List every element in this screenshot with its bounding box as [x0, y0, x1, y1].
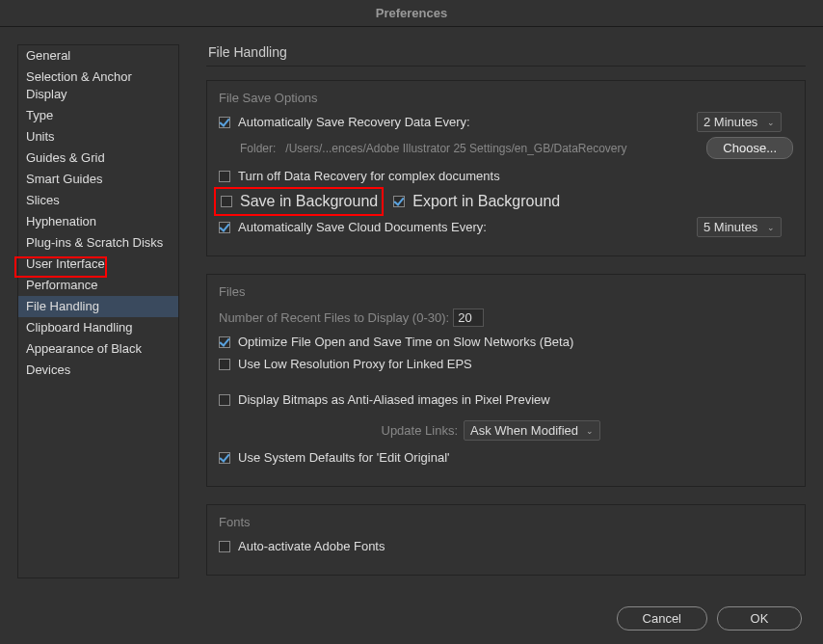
checkbox-auto-activate-fonts[interactable]	[219, 541, 230, 552]
sidebar-item-plugins-scratch[interactable]: Plug-ins & Scratch Disks	[18, 232, 178, 254]
main-panel: File Handling File Save Options Automati…	[179, 44, 806, 578]
chevron-down-icon: ⌄	[767, 118, 775, 127]
panel-title: File Handling	[206, 44, 806, 60]
label-auto-activate-fonts: Auto-activate Adobe Fonts	[238, 539, 385, 553]
row-folder: Folder: /Users/...ences/Adobe Illustrato…	[219, 137, 793, 159]
row-save-export-bg: Save in Background Export in Background	[219, 191, 793, 212]
label-optimize-slow: Optimize File Open and Save Time on Slow…	[238, 335, 573, 349]
sidebar-item-label: Appearance of Black	[26, 341, 142, 356]
sidebar-item-label: Plug-ins & Scratch Disks	[26, 235, 163, 250]
sidebar-item-selection-anchor[interactable]: Selection & Anchor Display	[18, 67, 178, 105]
sidebar-item-performance[interactable]: Performance	[18, 275, 178, 296]
sidebar-item-clipboard[interactable]: Clipboard Handling	[18, 317, 178, 338]
section-fonts: Fonts Auto-activate Adobe Fonts	[206, 504, 806, 576]
sidebar-item-label: User Interface	[26, 256, 105, 271]
label-save-in-background: Save in Background	[240, 193, 378, 210]
checkbox-auto-save-cloud[interactable]	[219, 222, 230, 233]
chevron-down-icon: ⌄	[586, 426, 594, 436]
sidebar-item-label: Selection & Anchor Display	[26, 69, 132, 101]
sidebar-item-smart-guides[interactable]: Smart Guides	[18, 169, 178, 190]
preferences-dialog: Preferences General Selection & Anchor D…	[0, 0, 823, 644]
row-optimize-slow: Optimize File Open and Save Time on Slow…	[219, 335, 793, 349]
checkbox-export-in-background[interactable]	[393, 196, 405, 207]
label-system-defaults: Use System Defaults for 'Edit Original'	[238, 450, 450, 465]
sidebar-item-label: Units	[26, 129, 55, 144]
sidebar-item-label: Devices	[26, 362, 70, 377]
sidebar-item-type[interactable]: Type	[18, 105, 178, 126]
row-recent-files: Number of Recent Files to Display (0-30)…	[219, 309, 793, 327]
row-update-links: Update Links: Ask When Modified ⌄	[219, 420, 793, 441]
label-turn-off-complex: Turn off Data Recovery for complex docum…	[238, 169, 500, 183]
label-export-in-background: Export in Background	[412, 193, 560, 210]
section-title: Fonts	[219, 515, 793, 529]
sidebar-item-hyphenation[interactable]: Hyphenation	[18, 211, 178, 232]
row-auto-save-recovery: Automatically Save Recovery Data Every: …	[219, 115, 793, 129]
folder-label: Folder:	[240, 142, 276, 155]
cancel-button[interactable]: Cancel	[617, 606, 707, 631]
checkbox-optimize-slow[interactable]	[219, 336, 230, 348]
label-display-bitmaps: Display Bitmaps as Anti-Aliased images i…	[238, 392, 550, 407]
title-separator	[206, 66, 806, 67]
sidebar-item-label: Performance	[26, 278, 97, 292]
checkbox-turn-off-complex[interactable]	[219, 171, 230, 182]
sidebar-item-guides-grid[interactable]: Guides & Grid	[18, 148, 178, 169]
checkbox-display-bitmaps[interactable]	[219, 394, 230, 406]
dropdown-value: 2 Minutes	[704, 115, 757, 129]
sidebar-item-label: Guides & Grid	[26, 150, 105, 165]
row-system-defaults: Use System Defaults for 'Edit Original'	[219, 450, 793, 465]
sidebar-item-slices[interactable]: Slices	[18, 190, 178, 211]
dialog-footer: Cancel OK	[617, 606, 802, 631]
choose-button[interactable]: Choose...	[706, 137, 793, 159]
label-auto-save-recovery: Automatically Save Recovery Data Every:	[238, 115, 470, 129]
section-file-save-options: File Save Options Automatically Save Rec…	[206, 80, 806, 256]
content-area: General Selection & Anchor Display Type …	[0, 27, 823, 596]
categories-sidebar: General Selection & Anchor Display Type …	[17, 44, 179, 578]
checkbox-auto-save-recovery[interactable]	[219, 117, 230, 128]
checkbox-low-res-proxy[interactable]	[219, 359, 230, 370]
dialog-title: Preferences	[0, 0, 823, 27]
sidebar-item-label: File Handling	[26, 299, 99, 313]
sidebar-item-label: General	[26, 48, 70, 63]
row-auto-activate-fonts: Auto-activate Adobe Fonts	[219, 539, 793, 553]
sidebar-item-general[interactable]: General	[18, 45, 178, 67]
row-auto-save-cloud: Automatically Save Cloud Documents Every…	[219, 220, 793, 234]
sidebar-item-units[interactable]: Units	[18, 126, 178, 148]
sidebar-item-file-handling[interactable]: File Handling	[18, 296, 178, 317]
checkbox-system-defaults[interactable]	[219, 452, 230, 464]
dropdown-cloud-interval[interactable]: 5 Minutes ⌄	[697, 217, 782, 237]
section-files: Files Number of Recent Files to Display …	[206, 274, 806, 487]
section-title: File Save Options	[219, 91, 793, 105]
dropdown-value: 5 Minutes	[704, 220, 757, 234]
sidebar-item-label: Hyphenation	[26, 214, 96, 228]
sidebar-item-label: Type	[26, 108, 53, 122]
section-title: Files	[219, 284, 793, 299]
dropdown-update-links[interactable]: Ask When Modified ⌄	[464, 420, 600, 441]
row-low-res-proxy: Use Low Resolution Proxy for Linked EPS	[219, 357, 793, 371]
chevron-down-icon: ⌄	[767, 223, 775, 232]
checkbox-save-in-background[interactable]	[221, 196, 232, 207]
sidebar-item-label: Slices	[26, 193, 60, 207]
ok-button[interactable]: OK	[717, 606, 802, 631]
dropdown-recovery-interval[interactable]: 2 Minutes ⌄	[697, 112, 782, 132]
sidebar-item-label: Clipboard Handling	[26, 320, 133, 335]
label-low-res-proxy: Use Low Resolution Proxy for Linked EPS	[238, 357, 472, 371]
folder-path: /Users/...ences/Adobe Illustrator 25 Set…	[285, 142, 706, 155]
row-display-bitmaps: Display Bitmaps as Anti-Aliased images i…	[219, 392, 793, 407]
label-update-links: Update Links:	[382, 423, 459, 438]
sidebar-item-label: Smart Guides	[26, 172, 102, 186]
sidebar-item-devices[interactable]: Devices	[18, 360, 178, 381]
sidebar-item-user-interface[interactable]: User Interface	[18, 254, 178, 275]
input-recent-files[interactable]	[453, 309, 484, 327]
row-turn-off-complex: Turn off Data Recovery for complex docum…	[219, 169, 793, 183]
label-auto-save-cloud: Automatically Save Cloud Documents Every…	[238, 220, 487, 234]
label-recent-files: Number of Recent Files to Display (0-30)…	[219, 310, 449, 325]
sidebar-item-appearance-black[interactable]: Appearance of Black	[18, 338, 178, 360]
dropdown-value: Ask When Modified	[470, 423, 578, 438]
